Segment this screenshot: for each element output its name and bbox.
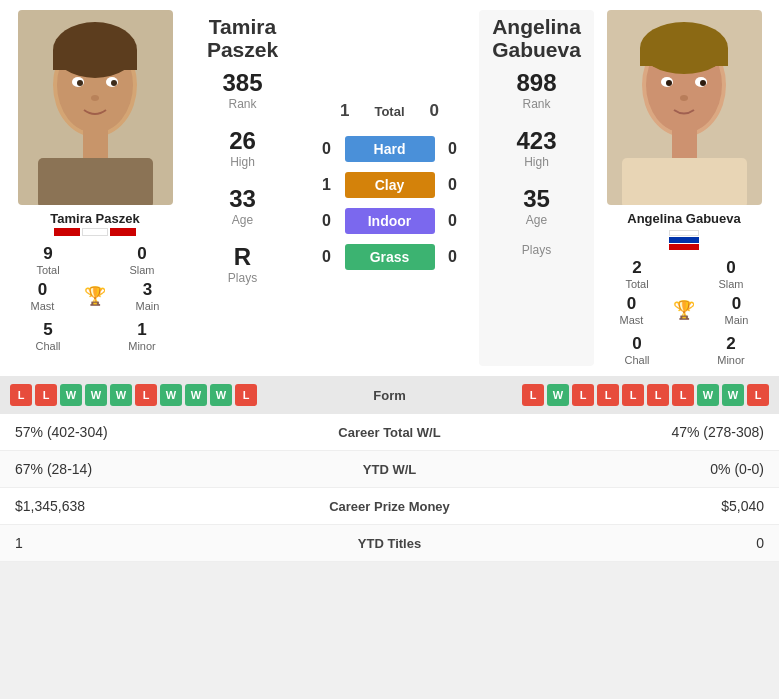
svg-rect-16	[640, 48, 728, 66]
right-center-stats: Angelina Gabueva 898 Rank 423 High 35 Ag…	[479, 10, 594, 366]
left-form-badge: L	[10, 384, 32, 406]
court-indoor-row: 0 Indoor 0	[317, 208, 463, 234]
stats-row: 1YTD Titles0	[0, 525, 779, 562]
left-flag	[54, 228, 136, 236]
grass-badge: Grass	[345, 244, 435, 270]
right-bottom-stats: 0 Chall 2 Minor	[594, 334, 774, 366]
clay-left-score: 1	[317, 176, 337, 194]
right-player-photo	[607, 10, 762, 205]
stats-row-center-label: YTD W/L	[300, 462, 480, 477]
left-player-name: Tamira Paszek	[50, 211, 139, 226]
main-container: Tamira Paszek 9 Total 0 Slam 0	[0, 0, 779, 562]
right-form: LWLLLLLWWL	[450, 384, 770, 406]
stats-row-center-label: YTD Titles	[300, 536, 480, 551]
stats-row-center-label: Career Total W/L	[300, 425, 480, 440]
form-section: LLWWWLWWWL Form LWLLLLLWWL	[0, 376, 779, 414]
left-mast-stat: 0 Mast	[5, 280, 80, 312]
left-player-title: Tamira Paszek	[207, 15, 278, 61]
svg-rect-4	[53, 50, 137, 70]
hard-badge: Hard	[345, 136, 435, 162]
svg-rect-17	[672, 130, 697, 160]
left-player-card: Tamira Paszek 9 Total 0 Slam 0	[5, 10, 185, 366]
left-form-badge: W	[60, 384, 82, 406]
left-high-box: 26 High	[229, 127, 256, 169]
right-form-badge: L	[597, 384, 619, 406]
right-rank-box: 898 Rank	[516, 69, 556, 111]
stats-row-left-value: 57% (402-304)	[15, 424, 300, 440]
stats-row-left-value: 1	[15, 535, 300, 551]
left-form-badge: L	[235, 384, 257, 406]
stats-row-right-value: 47% (278-308)	[480, 424, 765, 440]
match-total: 1 Total 0	[340, 101, 439, 121]
left-form-badge: W	[110, 384, 132, 406]
right-form-badge: L	[622, 384, 644, 406]
right-total-stat: 2 Total	[594, 258, 680, 290]
court-hard-row: 0 Hard 0	[317, 136, 463, 162]
stats-row-left-value: $1,345,638	[15, 498, 300, 514]
hard-right-score: 0	[443, 140, 463, 158]
right-player-stats: 2 Total 0 Slam	[594, 258, 774, 290]
left-form-badge: W	[185, 384, 207, 406]
right-player-name: Angelina Gabueva	[627, 211, 740, 226]
clay-badge: Clay	[345, 172, 435, 198]
svg-point-22	[700, 80, 706, 86]
court-grass-row: 0 Grass 0	[317, 244, 463, 270]
stats-row-center-label: Career Prize Money	[300, 499, 480, 514]
left-form: LLWWWLWWWL	[10, 384, 330, 406]
hard-left-score: 0	[317, 140, 337, 158]
left-form-badge: L	[35, 384, 57, 406]
clay-right-score: 0	[443, 176, 463, 194]
svg-point-10	[111, 80, 117, 86]
left-total-stat: 9 Total	[5, 244, 91, 276]
left-form-badge: L	[135, 384, 157, 406]
court-clay-row: 1 Clay 0	[317, 172, 463, 198]
left-trophy-row: 0 Mast 🏆 3 Main	[5, 280, 185, 312]
left-chall-stat: 5 Chall	[5, 320, 91, 352]
left-form-badge: W	[210, 384, 232, 406]
right-form-badge: W	[722, 384, 744, 406]
svg-rect-6	[38, 158, 153, 205]
right-form-badge: L	[647, 384, 669, 406]
left-age-box: 33 Age	[229, 185, 256, 227]
right-form-badge: W	[547, 384, 569, 406]
form-label: Form	[330, 388, 450, 403]
left-center-stats: Tamira Paszek 385 Rank 26 High 33 Age R …	[185, 10, 300, 366]
court-panel: 1 Total 0 0 Hard 0 1 Clay 0 0 Indoor 0 0	[300, 10, 479, 366]
right-slam-stat: 0 Slam	[688, 258, 774, 290]
stats-row-right-value: $5,040	[480, 498, 765, 514]
stats-row-right-value: 0% (0-0)	[480, 461, 765, 477]
svg-point-23	[680, 95, 688, 101]
left-slam-stat: 0 Slam	[99, 244, 185, 276]
stats-row: 67% (28-14)YTD W/L0% (0-0)	[0, 451, 779, 488]
right-trophy-icon: 🏆	[673, 299, 695, 321]
right-plays-box: Plays	[522, 243, 551, 257]
stats-row: $1,345,638Career Prize Money$5,040	[0, 488, 779, 525]
right-form-badge: L	[522, 384, 544, 406]
svg-point-21	[666, 80, 672, 86]
right-form-badge: L	[572, 384, 594, 406]
left-plays-box: R Plays	[228, 243, 257, 285]
stats-row-right-value: 0	[480, 535, 765, 551]
right-form-badge: W	[697, 384, 719, 406]
right-mast-stat: 0 Mast	[594, 294, 669, 326]
top-section: Tamira Paszek 9 Total 0 Slam 0	[0, 0, 779, 376]
indoor-badge: Indoor	[345, 208, 435, 234]
right-player-title: Angelina Gabueva	[492, 15, 581, 61]
left-form-badge: W	[85, 384, 107, 406]
grass-left-score: 0	[317, 248, 337, 266]
right-chall-stat: 0 Chall	[594, 334, 680, 366]
svg-point-11	[91, 95, 99, 101]
right-age-box: 35 Age	[523, 185, 550, 227]
right-form-badge: L	[747, 384, 769, 406]
right-trophy-row: 0 Mast 🏆 0 Main	[594, 294, 774, 326]
left-rank-box: 385 Rank	[222, 69, 262, 111]
right-high-box: 423 High	[516, 127, 556, 169]
indoor-left-score: 0	[317, 212, 337, 230]
right-main-stat: 0 Main	[699, 294, 774, 326]
right-minor-stat: 2 Minor	[688, 334, 774, 366]
grass-right-score: 0	[443, 248, 463, 266]
right-flag	[669, 230, 699, 250]
left-form-badge: W	[160, 384, 182, 406]
left-player-stats: 9 Total 0 Slam	[5, 244, 185, 276]
svg-rect-18	[622, 158, 747, 205]
